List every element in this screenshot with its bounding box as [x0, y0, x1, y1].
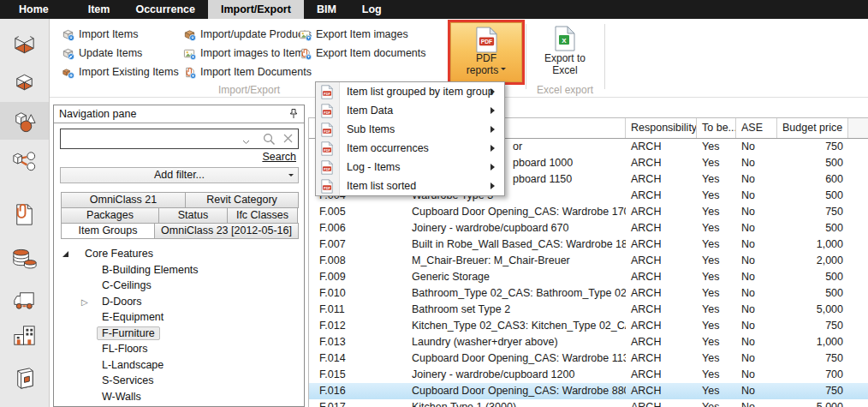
sidebar-item-shapes[interactable] — [0, 102, 49, 140]
svg-text:PDF: PDF — [324, 166, 331, 171]
import-items-button[interactable]: Import Items — [60, 25, 181, 44]
ribbon-separator — [448, 24, 449, 89]
tab-item-groups[interactable]: Item Groups — [61, 223, 155, 239]
table-row[interactable]: F.015 Joinery - wardrobe/cupboard 1200 A… — [309, 367, 868, 383]
pdf-file-icon: PDF — [321, 123, 333, 137]
update-items-icon — [62, 47, 74, 60]
svg-text:X: X — [562, 37, 567, 45]
export-item-documents-button[interactable]: Export Item documents — [297, 44, 428, 63]
pdf-file-icon: PDF — [321, 179, 333, 194]
tab-revit-category[interactable]: Revit Category — [185, 192, 299, 208]
search-link[interactable]: Search — [54, 151, 304, 163]
tab-ifc-classes[interactable]: Ifc Classes — [227, 207, 298, 224]
update-items-button[interactable]: Update Items — [60, 44, 181, 63]
product-box-icon — [10, 365, 39, 393]
model-box-open-icon — [10, 31, 39, 59]
sidebar-item-documents[interactable] — [0, 195, 49, 233]
tree-item[interactable]: F-Furniture — [54, 326, 304, 342]
pdf-report-menu-item[interactable]: PDF Item Data — [316, 101, 504, 120]
import-update-products-button[interactable]: Import/update Products — [181, 25, 313, 44]
ribbon-tab[interactable]: Occurrence — [122, 0, 207, 19]
pdf-report-menu-item[interactable]: PDF Item occurrences — [316, 139, 504, 158]
tree-item[interactable]: E-Equipment — [54, 309, 304, 326]
column-header-to-be[interactable]: To be... — [697, 118, 736, 138]
sidebar-item-model-box[interactable] — [0, 64, 49, 102]
tree-expander-icon — [81, 296, 102, 308]
table-row[interactable]: F.007 Built in Robe_Wall Based_CAS: Ward… — [309, 236, 868, 253]
dropdown-arrow-icon — [288, 174, 294, 179]
ribbon-tab[interactable]: Home — [4, 0, 63, 19]
import-images-to-items-button[interactable]: Import images to Items — [181, 44, 313, 63]
tree-item[interactable]: S-Services — [54, 373, 304, 389]
clear-search-icon[interactable] — [282, 133, 294, 147]
table-row[interactable]: F.010 Bathroom_Type 02_CAS: Bathroom_Typ… — [309, 285, 868, 302]
table-row[interactable]: F.012 Kitchen_Type 02_CAS3: Kitchen_Type… — [309, 318, 868, 334]
ribbon-tab[interactable]: Log — [349, 0, 395, 19]
pdf-report-menu-item[interactable]: PDF Item list grouped by item group — [316, 82, 504, 101]
pdf-reports-dropdown-menu: PDF Item list grouped by item group PDF … — [315, 81, 505, 196]
import-existing-items-button[interactable]: Import Existing Items — [60, 63, 181, 81]
sidebar-item-costs[interactable] — [0, 239, 49, 277]
pdf-report-menu-item[interactable]: PDF Log - Items — [316, 158, 504, 177]
tree-item[interactable]: D-Doors — [54, 294, 304, 310]
pdf-report-menu-item[interactable]: PDF Sub Items — [316, 120, 504, 139]
search-input[interactable] — [62, 130, 229, 147]
pin-icon[interactable] — [288, 108, 300, 120]
table-row[interactable]: F.017 Kitchen Type 1 (3000) ARCH Yes No … — [309, 399, 868, 407]
column-header-responsibility[interactable]: Responsibility — [626, 118, 697, 138]
tree-item[interactable]: B-Building Elements — [54, 262, 304, 278]
svg-text:PDF: PDF — [324, 129, 331, 133]
tree-item[interactable]: FL-Floors — [54, 341, 304, 357]
group-label-excel-export: Excel export — [526, 84, 604, 96]
tab-omniclass-23[interactable]: OmniClass 23 [2012-05-16] — [154, 223, 299, 239]
ribbon-tab[interactable]: Import/Export — [208, 0, 304, 19]
search-icon[interactable] — [263, 133, 276, 148]
column-header-ase[interactable]: ASE — [736, 118, 777, 138]
search-history-chevron-icon[interactable] — [242, 135, 250, 147]
ribbon-separator — [526, 24, 526, 89]
tab-status[interactable]: Status — [158, 207, 228, 224]
add-filter-dropdown[interactable]: Add filter... — [60, 167, 299, 183]
submenu-arrow-icon — [490, 126, 498, 133]
submenu-arrow-icon — [490, 107, 498, 114]
pdf-file-icon: PDF — [321, 141, 333, 156]
tree-item[interactable]: L-Landscape — [54, 357, 304, 374]
ribbon-tab-bar: HomeItemOccurrenceImport/ExportBIMLog — [0, 0, 868, 19]
sidebar-item-buildings[interactable] — [0, 316, 49, 354]
table-row[interactable]: F.008 M_Chair-Breuer: M_Chair-Breuer ARC… — [309, 253, 868, 269]
column-header-budget-price[interactable]: Budget price — [777, 118, 848, 138]
pdf-report-menu-item[interactable]: PDF Item list sorted — [316, 177, 504, 195]
documents-icon — [10, 201, 39, 229]
table-row[interactable]: F.011 Bathroom set Type 2 ARCH Yes No 5,… — [309, 302, 868, 318]
ribbon-tab[interactable]: BIM — [304, 0, 349, 19]
sidebar-item-logistics[interactable] — [0, 281, 49, 319]
ribbon-tab[interactable]: Item — [75, 0, 123, 19]
export-to-excel-button[interactable]: X Export to Excel — [531, 22, 599, 82]
table-row[interactable]: F.005 Cupboard Door Opening_CAS: Wardrob… — [309, 204, 868, 220]
submenu-arrow-icon — [490, 164, 498, 171]
tree-item[interactable]: C-Ceilings — [54, 278, 304, 294]
table-row[interactable]: F.016 Cupboard Door Opening_CAS: Wardrob… — [309, 383, 868, 399]
pdf-reports-button[interactable]: PDF PDF reports — [450, 22, 522, 82]
table-row[interactable]: F.006 Joinery - wardrobe/cupboard 670 AR… — [309, 220, 868, 236]
shapes-icon — [10, 107, 39, 135]
sidebar-item-model-box-open[interactable] — [0, 26, 49, 63]
tree-item[interactable]: W-Walls — [54, 389, 304, 405]
submenu-arrow-icon — [490, 88, 498, 95]
tab-packages[interactable]: Packages — [61, 207, 159, 224]
import-item-documents-button[interactable]: Import Item Documents — [181, 63, 313, 81]
pdf-file-icon: PDF — [321, 85, 333, 99]
model-box-icon — [10, 69, 39, 98]
tree-item[interactable]: Core Features — [54, 246, 304, 262]
table-row[interactable]: F.014 Cupboard Door Opening_CAS: Wardrob… — [309, 350, 868, 367]
import-images-icon — [183, 47, 196, 60]
import-update-products-icon — [183, 28, 196, 41]
navigation-pane-title: Navigation pane — [59, 108, 136, 120]
sidebar-item-product-box[interactable] — [0, 360, 49, 398]
export-item-images-button[interactable]: Export Item images — [297, 25, 428, 44]
tab-omniclass-21[interactable]: OmniClass 21 — [61, 192, 186, 208]
export-images-icon — [299, 28, 312, 41]
table-row[interactable]: F.009 Generic Storage ARCH Yes No 500 — [309, 269, 868, 285]
table-row[interactable]: F.013 Laundry (washer+dryer above) ARCH … — [309, 334, 868, 350]
sidebar-item-relations[interactable] — [0, 142, 49, 180]
